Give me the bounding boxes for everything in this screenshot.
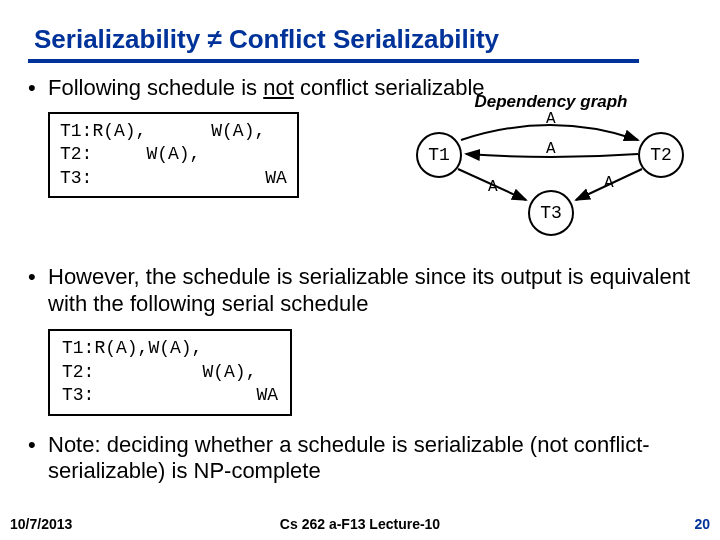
dep-caption: Dependency graph bbox=[406, 92, 696, 112]
bullet1-not: not bbox=[263, 75, 294, 100]
node-t1: T1 bbox=[416, 132, 462, 178]
edge-label-right: A bbox=[604, 174, 614, 192]
schedule1-line1: T1:R(A), W(A), bbox=[60, 120, 287, 143]
footer-page: 20 bbox=[694, 516, 710, 532]
schedule2-line3: T3: WA bbox=[62, 384, 278, 407]
node-t3: T3 bbox=[528, 190, 574, 236]
title-divider bbox=[28, 59, 639, 63]
footer-center: Cs 262 a-F13 Lecture-10 bbox=[10, 516, 710, 532]
schedule2-line1: T1:R(A),W(A), bbox=[62, 337, 278, 360]
bullet-2: However, the schedule is serializable si… bbox=[28, 264, 692, 318]
bullet1-pre: Following schedule is bbox=[48, 75, 263, 100]
schedule1-line2: T2: W(A), bbox=[60, 143, 287, 166]
schedule-1-box: T1:R(A), W(A), T2: W(A), T3: WA bbox=[48, 112, 299, 198]
slide-title: Serializability ≠ Conflict Serializabili… bbox=[34, 24, 692, 55]
node-t2: T2 bbox=[638, 132, 684, 178]
schedule-2-box: T1:R(A),W(A), T2: W(A), T3: WA bbox=[48, 329, 292, 415]
edge-label-mid: A bbox=[546, 140, 556, 158]
bullet-3: Note: deciding whether a schedule is ser… bbox=[28, 432, 692, 486]
schedule2-line2: T2: W(A), bbox=[62, 361, 278, 384]
dependency-graph: Dependency graph T1 T2 T3 A bbox=[406, 92, 696, 242]
schedule1-line3: T3: WA bbox=[60, 167, 287, 190]
edge-label-left: A bbox=[488, 178, 498, 196]
edge-label-top: A bbox=[546, 110, 556, 128]
